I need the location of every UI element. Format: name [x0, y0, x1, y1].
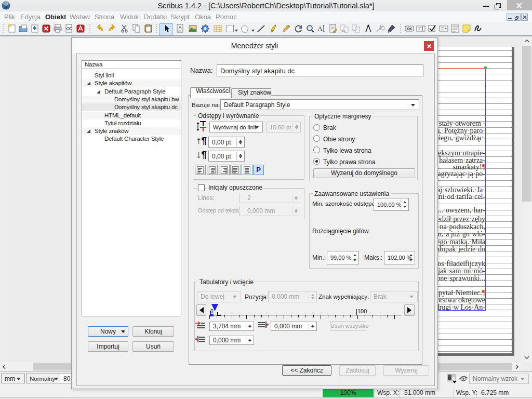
svg-text:A: A [178, 25, 181, 30]
svg-text:A: A [317, 24, 323, 32]
svg-text:OK: OK [407, 27, 412, 31]
